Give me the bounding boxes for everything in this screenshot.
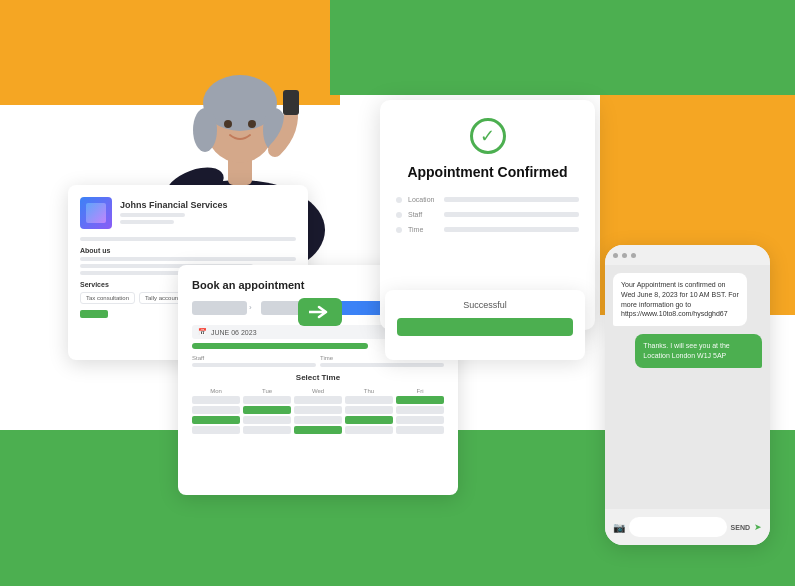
- day-thu: Thu: [345, 388, 393, 436]
- date-bar: [192, 343, 368, 349]
- content-area: Johns Financial Services About us Servic…: [0, 0, 795, 586]
- day-wed: Wed: [294, 388, 342, 436]
- slot[interactable]: [396, 426, 444, 434]
- slot[interactable]: [243, 426, 291, 434]
- successful-card: Successful: [385, 290, 585, 360]
- time-bar: [444, 227, 579, 232]
- sms-message-2: Thanks. I will see you at the Location L…: [635, 334, 762, 368]
- time-val: [320, 363, 444, 367]
- staff-val: [192, 363, 316, 367]
- staff-label: Staff: [408, 211, 438, 218]
- company-tagline-line: [120, 213, 185, 217]
- logo-inner: [86, 203, 106, 223]
- slot[interactable]: [345, 416, 393, 424]
- slot[interactable]: [243, 406, 291, 414]
- day-mon: Mon: [192, 388, 240, 436]
- time-label: Time: [408, 226, 438, 233]
- sms-card: Your Appointment is confirmed on Wed Jun…: [605, 245, 770, 545]
- date-value: JUNE 06 2023: [211, 329, 257, 336]
- location-dot: [396, 197, 402, 203]
- staff-row: Staff: [396, 211, 579, 218]
- sms-input[interactable]: [629, 517, 727, 537]
- sms-message-1: Your Appointment is confirmed on Wed Jun…: [613, 273, 747, 326]
- arrow-1: ›: [249, 303, 259, 313]
- slot[interactable]: [345, 406, 393, 414]
- day-fri: Fri: [396, 388, 444, 436]
- staff-label: Staff: [192, 355, 316, 361]
- successful-text: Successful: [397, 300, 573, 310]
- slot[interactable]: [294, 406, 342, 414]
- slot[interactable]: [345, 426, 393, 434]
- card-header: Johns Financial Services: [80, 197, 296, 229]
- location-label: Location: [408, 196, 438, 203]
- check-circle: ✓: [470, 118, 506, 154]
- time-grid-headers: Mon Tue Wed Thu: [192, 388, 444, 436]
- sms-footer: 📷 SEND ➤: [605, 509, 770, 545]
- confirm-button[interactable]: [397, 318, 573, 336]
- more-btn[interactable]: [80, 310, 108, 318]
- camera-icon[interactable]: 📷: [613, 522, 625, 533]
- company-logo: [80, 197, 112, 229]
- about-line1: [80, 257, 296, 261]
- next-arrow-button[interactable]: [298, 298, 342, 326]
- confirmed-title: Appointment Confirmed: [407, 164, 567, 180]
- sms-statusbar: [605, 245, 770, 265]
- about-label: About us: [80, 247, 296, 254]
- slot[interactable]: [345, 396, 393, 404]
- location-bar: [444, 197, 579, 202]
- company-name: Johns Financial Services: [120, 200, 228, 210]
- arrow-icon: [309, 305, 331, 319]
- location-row: Location: [396, 196, 579, 203]
- status-dot-3: [631, 253, 636, 258]
- checkmark-icon: ✓: [480, 127, 495, 145]
- company-line2: [120, 220, 174, 224]
- slot[interactable]: [192, 416, 240, 424]
- select-time-title: Select Time: [192, 373, 444, 382]
- slot[interactable]: [192, 426, 240, 434]
- time-dot: [396, 227, 402, 233]
- divider: [80, 237, 296, 241]
- slot[interactable]: [396, 406, 444, 414]
- slot[interactable]: [396, 396, 444, 404]
- slot[interactable]: [294, 396, 342, 404]
- status-dot-2: [622, 253, 627, 258]
- slot[interactable]: [192, 396, 240, 404]
- staff-field: Staff: [192, 355, 316, 367]
- send-icon[interactable]: ➤: [754, 522, 762, 532]
- send-label: SEND: [731, 524, 750, 531]
- sms-body: Your Appointment is confirmed on Wed Jun…: [605, 265, 770, 509]
- tax-btn[interactable]: Tax consultation: [80, 292, 135, 304]
- slot[interactable]: [294, 426, 342, 434]
- status-dot-1: [613, 253, 618, 258]
- step-1: [192, 301, 247, 315]
- time-row: Time: [396, 226, 579, 233]
- slot[interactable]: [294, 416, 342, 424]
- slot[interactable]: [243, 396, 291, 404]
- staff-dot: [396, 212, 402, 218]
- slot[interactable]: [243, 416, 291, 424]
- day-tue: Tue: [243, 388, 291, 436]
- slot[interactable]: [192, 406, 240, 414]
- slot[interactable]: [396, 416, 444, 424]
- company-info: Johns Financial Services: [120, 200, 228, 227]
- staff-bar: [444, 212, 579, 217]
- date-icon: 📅: [198, 328, 207, 336]
